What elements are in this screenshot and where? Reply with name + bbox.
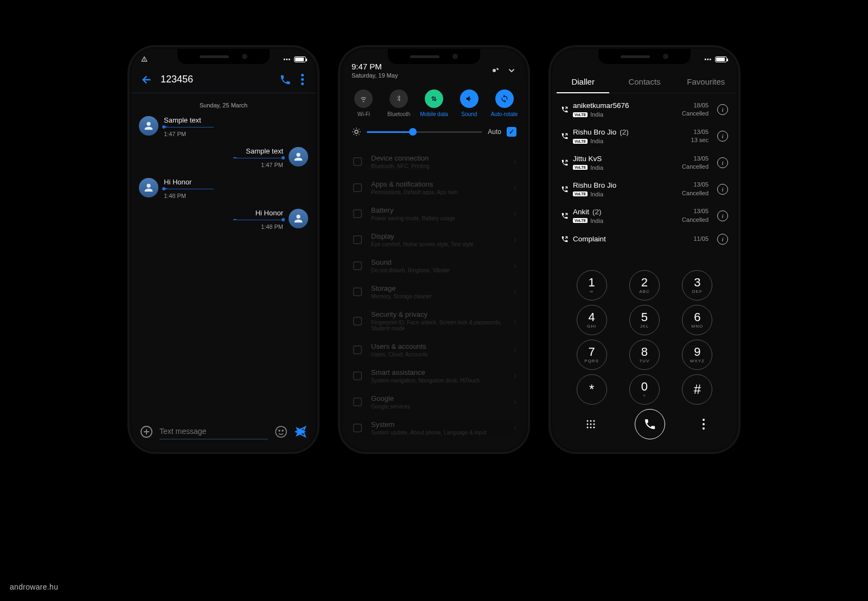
svg-rect-11 — [354, 210, 362, 218]
auto-brightness-label: Auto — [488, 128, 501, 136]
menu-icon[interactable] — [299, 72, 306, 87]
qs-toggle-auto-rotate[interactable]: Auto-rotate — [489, 89, 520, 117]
qs-label: Bluetooth — [387, 111, 410, 117]
message-row[interactable]: Hi Honor1:48 PM — [139, 209, 308, 230]
volte-badge: VoLTE — [573, 191, 588, 196]
auto-brightness-toggle[interactable] — [507, 127, 516, 137]
send-icon[interactable] — [294, 425, 307, 438]
dial-button[interactable] — [635, 409, 665, 439]
qs-toggle-sound[interactable]: Sound — [454, 89, 485, 117]
chevron-right-icon: › — [514, 423, 516, 433]
tab-contacts[interactable]: Contacts — [614, 71, 675, 93]
settings-row[interactable]: Smart assistanceSystem navigation, Navig… — [342, 363, 526, 389]
call-region: India — [590, 138, 603, 144]
call-log-row[interactable]: Rishu Bro Jio VoLTEIndia13/05Cancelledi — [552, 176, 737, 202]
more-icon — [283, 56, 291, 62]
svg-rect-19 — [354, 424, 362, 432]
dialpad-key-5[interactable]: 5JKL — [629, 305, 660, 335]
settings-row[interactable]: StorageMemory, Storage cleaner› — [342, 279, 526, 305]
phone-dialer: DiallerContactsFavourites aniketkumar567… — [552, 49, 737, 450]
dialer-menu-icon[interactable] — [703, 419, 705, 430]
dialpad-key-9[interactable]: 9WXYZ — [682, 340, 712, 370]
call-name: aniketkumar5676 — [573, 101, 678, 110]
message-text: Sample text — [246, 147, 283, 157]
settings-row-icon — [352, 182, 363, 194]
dialpad-key-6[interactable]: 6MNO — [682, 305, 712, 335]
settings-title: Display — [371, 232, 506, 240]
svg-point-24 — [590, 424, 591, 425]
info-icon[interactable]: i — [717, 184, 728, 195]
avatar — [139, 178, 158, 197]
settings-title: Sound — [371, 258, 506, 266]
call-status: Cancelled — [682, 163, 709, 171]
dialpad-key-1[interactable]: 1∞ — [577, 270, 607, 300]
notch — [388, 49, 480, 64]
brightness-slider[interactable] — [367, 131, 482, 133]
settings-row[interactable]: SoundDo not disturb, Ringtone, Vibrate› — [342, 253, 526, 279]
dialpad-key-2[interactable]: 2ABC — [629, 270, 660, 300]
settings-row-icon — [352, 344, 363, 356]
emoji-icon[interactable] — [275, 425, 288, 438]
battery-icon — [294, 56, 306, 62]
settings-row[interactable]: Device connectionBluetooth, NFC, Printin… — [342, 149, 526, 175]
svg-point-5 — [276, 426, 286, 437]
info-icon[interactable]: i — [717, 104, 728, 115]
watermark: androware.hu — [10, 583, 58, 591]
settings-subtitle: Users, Cloud, Accounts — [371, 351, 506, 357]
call-log-row[interactable]: Ankit (2)VoLTEIndia13/05Cancelledi — [552, 202, 737, 229]
chevron-right-icon: › — [514, 316, 516, 326]
volte-badge: VoLTE — [573, 218, 588, 223]
back-icon[interactable] — [141, 74, 153, 86]
message-input[interactable] — [159, 424, 268, 439]
message-time: 1:47 PM — [164, 131, 214, 137]
qs-toggle-bluetooth[interactable]: Bluetooth — [383, 89, 414, 117]
settings-row[interactable]: Apps & notificationsPermissions, Default… — [342, 175, 526, 201]
settings-row[interactable]: BatteryPower saving mode, Battery usage› — [342, 201, 526, 227]
message-row[interactable]: Sample text1:47 PM — [139, 116, 308, 137]
dialpad-key-8[interactable]: 8TUV — [629, 340, 660, 370]
settings-list[interactable]: Device connectionBluetooth, NFC, Printin… — [342, 144, 526, 445]
dialpad-toggle-icon[interactable] — [584, 418, 597, 431]
notch — [598, 49, 691, 64]
tab-dialler[interactable]: Dialler — [552, 71, 614, 93]
call-log-row[interactable]: Rishu Bro Jio (2)VoLTEIndia13/0513 seci — [552, 123, 737, 150]
info-icon[interactable]: i — [717, 234, 728, 245]
call-log-row[interactable]: Complaint 11/05i — [552, 229, 737, 250]
info-icon[interactable]: i — [717, 131, 728, 142]
svg-rect-10 — [354, 184, 362, 192]
call-log-row[interactable]: Jittu KvS VoLTEIndia13/05Cancelledi — [552, 150, 737, 176]
compose-bar — [131, 424, 316, 439]
call-log-row[interactable]: aniketkumar5676 VoLTEIndia18/05Cancelled… — [552, 97, 737, 123]
qs-toggle-mobile-data[interactable]: Mobile data — [418, 89, 450, 117]
settings-row[interactable]: SystemSystem update, About phone, Langua… — [342, 415, 526, 441]
settings-title: Users & accounts — [371, 342, 506, 350]
info-icon[interactable]: i — [717, 210, 728, 221]
message-list[interactable]: Sunday, 25 March Sample text1:47 PMSampl… — [131, 93, 316, 230]
settings-icon[interactable] — [489, 66, 499, 75]
qs-toggle-wi-fi[interactable]: Wi-Fi — [348, 89, 379, 117]
dialpad-key-#[interactable]: # — [682, 374, 712, 405]
chevron-right-icon: › — [514, 183, 516, 193]
expand-icon[interactable] — [507, 66, 516, 75]
tab-favourites[interactable]: Favourites — [675, 71, 737, 93]
dialpad-key-4[interactable]: 4GHI — [577, 305, 607, 335]
dialpad-key-*[interactable]: * — [577, 374, 607, 405]
call-log[interactable]: aniketkumar5676 VoLTEIndia18/05Cancelled… — [552, 93, 737, 253]
settings-row[interactable]: Security & privacyFingerprint ID, Face u… — [342, 305, 526, 337]
settings-title: System — [371, 420, 506, 429]
message-row[interactable]: Hi Honor1:48 PM — [139, 178, 308, 199]
info-icon[interactable]: i — [717, 157, 728, 168]
attach-icon[interactable] — [140, 425, 153, 438]
dialpad-key-7[interactable]: 7PQRS — [577, 340, 607, 370]
dialpad-key-0[interactable]: 0+ — [629, 374, 660, 405]
message-text: Sample text — [164, 116, 214, 126]
call-name: Jittu KvS — [573, 155, 678, 163]
chevron-right-icon: › — [514, 261, 516, 271]
settings-row[interactable]: GoogleGoogle services› — [342, 389, 526, 415]
call-status: Cancelled — [682, 216, 709, 224]
call-icon[interactable] — [279, 74, 291, 86]
settings-row[interactable]: Users & accountsUsers, Cloud, Accounts› — [342, 337, 526, 363]
settings-row[interactable]: DisplayEye comfort, Home screen style, T… — [342, 227, 526, 253]
dialpad-key-3[interactable]: 3DEF — [682, 270, 712, 300]
message-row[interactable]: Sample text1:47 PM — [139, 147, 308, 168]
